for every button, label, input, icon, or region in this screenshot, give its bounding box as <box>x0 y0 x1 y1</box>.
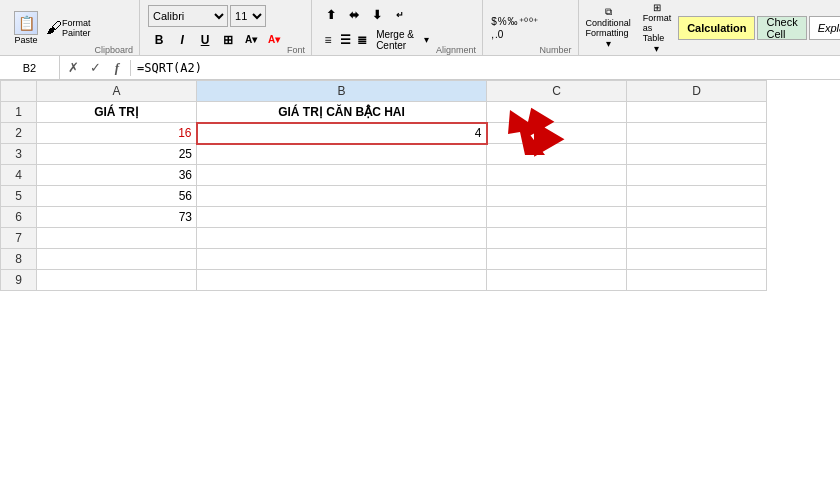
row-header-2[interactable]: 2 <box>1 123 37 144</box>
cell-d6[interactable] <box>627 207 767 228</box>
cancel-formula-icon[interactable]: ✗ <box>64 60 82 75</box>
calculation-style-tab[interactable]: Calculation <box>678 16 755 40</box>
cell-a8[interactable] <box>37 249 197 270</box>
table-row: 3 25 <box>1 144 767 165</box>
align-middle-button[interactable]: ⬌ <box>343 4 365 26</box>
cell-a1[interactable]: GIÁ TRỊ <box>37 102 197 123</box>
alignment-label: Alignment <box>436 45 476 55</box>
align-left-button[interactable]: ≡ <box>320 29 336 51</box>
check-cell-style-tab[interactable]: Check Cell <box>757 16 806 40</box>
align-right-button[interactable]: ≣ <box>354 29 370 51</box>
cell-b4[interactable] <box>197 165 487 186</box>
col-header-d[interactable]: D <box>627 81 767 102</box>
conditional-formatting-button[interactable]: ⧉ Conditional Formatting ▾ <box>581 4 636 52</box>
border-button[interactable]: ⊞ <box>217 29 239 51</box>
explanatory-style-tab[interactable]: Explanatory... <box>809 16 840 40</box>
row-header-1[interactable]: 1 <box>1 102 37 123</box>
cell-b2[interactable]: 4 <box>197 123 487 144</box>
cell-d8[interactable] <box>627 249 767 270</box>
grid-table: A B C D 1 GIÁ TRỊ GIÁ TRỊ CĂN BẬC HAI 2 <box>0 80 767 291</box>
font-size-select[interactable]: 11 <box>230 5 266 27</box>
styles-group: ⧉ Conditional Formatting ▾ ⊞ Format as T… <box>581 4 840 52</box>
row-header-7[interactable]: 7 <box>1 228 37 249</box>
confirm-formula-icon[interactable]: ✓ <box>86 60 104 75</box>
align-top-button[interactable]: ⬆ <box>320 4 342 26</box>
formula-input[interactable] <box>131 56 840 79</box>
underline-button[interactable]: U <box>194 29 216 51</box>
check-label: Check Cell <box>766 16 797 40</box>
row-header-3[interactable]: 3 <box>1 144 37 165</box>
cell-b7[interactable] <box>197 228 487 249</box>
cell-c2[interactable] <box>487 123 627 144</box>
cell-c8[interactable] <box>487 249 627 270</box>
cell-a7[interactable] <box>37 228 197 249</box>
clipboard-group: 📋 Paste 🖌 Format Painter Clipboard <box>4 0 140 55</box>
paste-button[interactable]: 📋 Paste <box>10 9 42 47</box>
cell-a2[interactable]: 16 <box>37 123 197 144</box>
font-name-select[interactable]: Calibri <box>148 5 228 27</box>
cell-b9[interactable] <box>197 270 487 291</box>
paste-icon: 📋 <box>14 11 38 35</box>
number-group: $ % ‰ ⁺⁰ ⁰⁺ , .0 Number <box>485 0 578 55</box>
cell-c7[interactable] <box>487 228 627 249</box>
table-row: 5 56 <box>1 186 767 207</box>
merge-center-button[interactable]: Merge & Center ▾ <box>371 28 434 52</box>
cell-a4[interactable]: 36 <box>37 165 197 186</box>
row-header-4[interactable]: 4 <box>1 165 37 186</box>
row-header-9[interactable]: 9 <box>1 270 37 291</box>
cell-c6[interactable] <box>487 207 627 228</box>
cell-c4[interactable] <box>487 165 627 186</box>
insert-function-icon[interactable]: f <box>108 60 126 76</box>
row-header-6[interactable]: 6 <box>1 207 37 228</box>
cell-c3[interactable] <box>487 144 627 165</box>
cell-b8[interactable] <box>197 249 487 270</box>
col-header-b[interactable]: B <box>197 81 487 102</box>
cell-c9[interactable] <box>487 270 627 291</box>
format-painter-button[interactable]: 🖌 Format Painter <box>44 16 93 40</box>
formula-bar: B2 ✗ ✓ f <box>0 56 840 80</box>
bold-button[interactable]: B <box>148 29 170 51</box>
font-group: Calibri 11 B I U ⊞ A▾ A▾ Font <box>142 0 312 55</box>
font-color-button[interactable]: A▾ <box>263 29 285 51</box>
cell-d2[interactable] <box>627 123 767 144</box>
row-header-8[interactable]: 8 <box>1 249 37 270</box>
explan-label: Explanatory... <box>818 22 840 34</box>
cell-d1[interactable] <box>627 102 767 123</box>
align-center-button[interactable]: ☰ <box>337 29 353 51</box>
cell-c1[interactable] <box>487 102 627 123</box>
cell-d4[interactable] <box>627 165 767 186</box>
cell-d9[interactable] <box>627 270 767 291</box>
align-bottom-button[interactable]: ⬇ <box>366 4 388 26</box>
calc-label: Calculation <box>687 22 746 34</box>
spreadsheet-container: A B C D 1 GIÁ TRỊ GIÁ TRỊ CĂN BẬC HAI 2 <box>0 80 840 500</box>
toolbar: 📋 Paste 🖌 Format Painter Clipboard Calib… <box>0 0 840 56</box>
cell-b6[interactable] <box>197 207 487 228</box>
name-box[interactable]: B2 <box>0 56 60 79</box>
wrap-text-button[interactable]: ↵ <box>389 4 411 26</box>
fill-color-button[interactable]: A▾ <box>240 29 262 51</box>
cell-a9[interactable] <box>37 270 197 291</box>
italic-button[interactable]: I <box>171 29 193 51</box>
cell-a3[interactable]: 25 <box>37 144 197 165</box>
conditional-label: Conditional Formatting <box>586 18 631 38</box>
format-as-table-button[interactable]: ⊞ Format as Table ▾ <box>638 4 677 52</box>
cell-d5[interactable] <box>627 186 767 207</box>
table-row: 2 16 4 <box>1 123 767 144</box>
col-header-a[interactable]: A <box>37 81 197 102</box>
cell-c5[interactable] <box>487 186 627 207</box>
cell-b3[interactable] <box>197 144 487 165</box>
spreadsheet: A B C D 1 GIÁ TRỊ GIÁ TRỊ CĂN BẬC HAI 2 <box>0 80 840 500</box>
table-row: 8 <box>1 249 767 270</box>
format-painter-label: Format Painter <box>62 18 91 38</box>
col-header-c[interactable]: C <box>487 81 627 102</box>
row-header-5[interactable]: 5 <box>1 186 37 207</box>
cell-b5[interactable] <box>197 186 487 207</box>
cell-d7[interactable] <box>627 228 767 249</box>
format-table-label: Format as Table <box>643 13 672 43</box>
cell-a6[interactable]: 73 <box>37 207 197 228</box>
formula-icons: ✗ ✓ f <box>60 60 131 76</box>
cell-b1[interactable]: GIÁ TRỊ CĂN BẬC HAI <box>197 102 487 123</box>
table-row: 7 <box>1 228 767 249</box>
cell-d3[interactable] <box>627 144 767 165</box>
cell-a5[interactable]: 56 <box>37 186 197 207</box>
